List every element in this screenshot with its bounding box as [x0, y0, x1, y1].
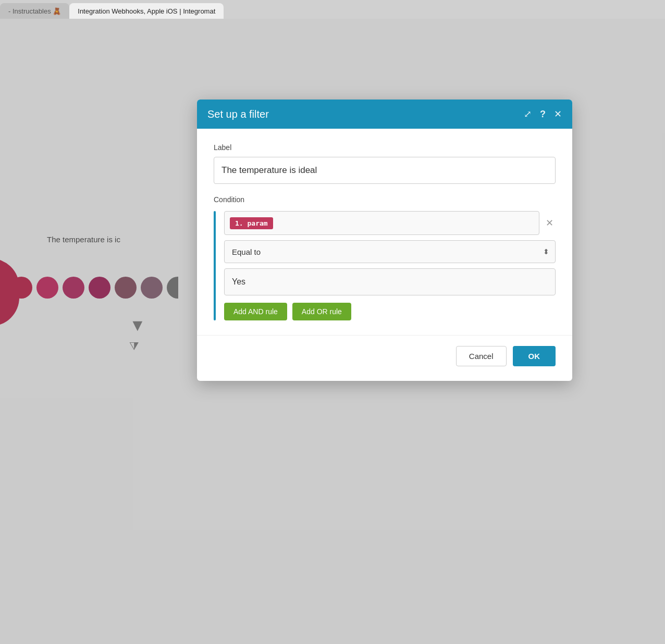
tab-integromat-label: Integration Webhooks, Apple iOS | Integr… — [78, 7, 215, 15]
add-and-rule-button[interactable]: Add AND rule — [224, 303, 287, 320]
rule-buttons: Add AND rule Add OR rule — [224, 303, 556, 320]
param-input-box[interactable]: 1. param — [224, 211, 539, 235]
param-remove-icon[interactable]: ✕ — [544, 215, 556, 231]
modal-header-actions — [524, 108, 562, 120]
value-input[interactable] — [224, 268, 556, 295]
modal-header: Set up a filter — [197, 100, 572, 129]
ok-button[interactable]: OK — [513, 346, 556, 366]
modal-title: Set up a filter — [207, 108, 269, 120]
tab-instructables-label: - Instructables 🧸 — [8, 7, 61, 15]
condition-border — [214, 211, 216, 320]
help-icon[interactable] — [540, 109, 546, 120]
tabs-bar: - Instructables 🧸 Integration Webhooks, … — [0, 0, 665, 19]
modal-close-icon[interactable] — [554, 108, 562, 120]
modal-footer: Cancel OK — [197, 335, 572, 381]
canvas-area: The temperature is ic ▼⧩ Set up a filter… — [0, 19, 665, 644]
tab-instructables[interactable]: - Instructables 🧸 — [0, 3, 69, 19]
add-or-rule-button[interactable]: Add OR rule — [292, 303, 351, 320]
operator-select[interactable]: Equal to Not equal to Greater than Less … — [224, 240, 556, 263]
operator-select-row: Equal to Not equal to Greater than Less … — [224, 240, 556, 263]
condition-section-label: Condition — [214, 195, 556, 204]
modal-body: Label Condition 1. param ✕ — [197, 129, 572, 335]
condition-area: 1. param ✕ Equal to Not equal to Greater… — [214, 211, 556, 320]
condition-fields: 1. param ✕ Equal to Not equal to Greater… — [224, 211, 556, 320]
param-row: 1. param ✕ — [224, 211, 556, 235]
cancel-button[interactable]: Cancel — [456, 346, 507, 366]
label-field-label: Label — [214, 143, 556, 152]
param-tag: 1. param — [230, 217, 273, 229]
expand-icon[interactable] — [524, 108, 532, 120]
label-input[interactable] — [214, 157, 556, 184]
filter-modal: Set up a filter Label Condition — [197, 100, 572, 381]
tab-integromat[interactable]: Integration Webhooks, Apple iOS | Integr… — [69, 3, 224, 19]
